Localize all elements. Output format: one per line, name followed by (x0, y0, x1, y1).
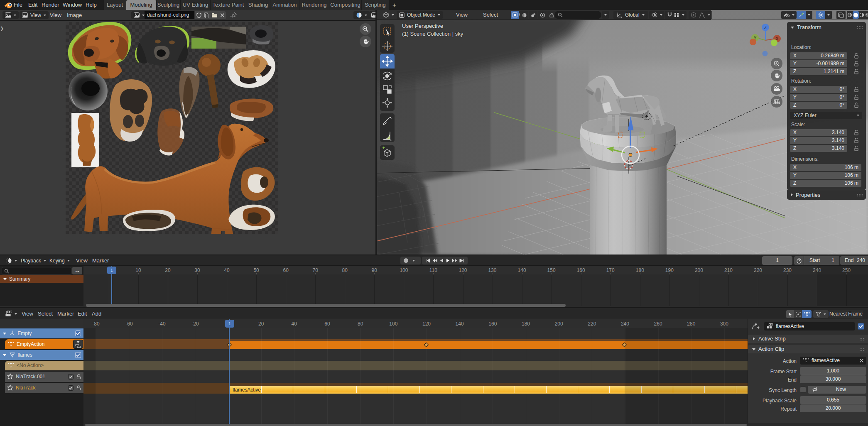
svg-text:Z: Z (764, 25, 767, 30)
